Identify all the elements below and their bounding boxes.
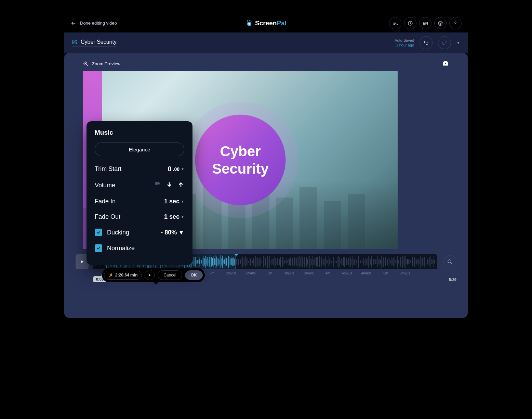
- svg-point-7: [448, 260, 451, 263]
- sub-header: Cyber Security Auto Saved 1 hour ago ▼: [64, 32, 468, 53]
- app-window: Done editing video ScreenPal EN Cyber Se…: [64, 14, 468, 318]
- top-right-controls: EN: [389, 17, 462, 29]
- timeline-end-time: 5:29: [449, 278, 456, 282]
- overlay-line2: Security: [212, 160, 269, 176]
- svg-point-1: [248, 23, 250, 25]
- trim-start-label: Trim Start: [95, 165, 121, 173]
- check-icon: [96, 230, 101, 235]
- arrow-up-icon: [177, 181, 184, 188]
- normalize-checkbox[interactable]: [95, 244, 102, 252]
- trim-start-value[interactable]: 0.00 ▼: [168, 165, 185, 173]
- track-select-button[interactable]: Elegance: [95, 143, 184, 156]
- normalize-label: Normalize: [107, 245, 135, 252]
- ok-button[interactable]: OK: [185, 270, 203, 280]
- title-circle: CyberSecurity: [195, 115, 286, 205]
- refresh-icon: [154, 181, 161, 188]
- volume-up-button[interactable]: [177, 181, 184, 190]
- search-icon: [447, 259, 453, 265]
- tick-label: 3m: [267, 271, 272, 275]
- svg-point-5: [109, 276, 110, 277]
- camera-icon: [442, 60, 449, 67]
- ducking-checkbox[interactable]: [95, 229, 102, 236]
- redo-icon: [441, 40, 448, 46]
- music-duration-text: 2:20.64 min: [115, 273, 137, 278]
- play-icon: [80, 259, 84, 264]
- tick-label: 2m: [210, 271, 214, 275]
- ducking-label: Ducking: [107, 229, 129, 236]
- history-button[interactable]: [404, 17, 416, 29]
- logo-text-b: Pal: [277, 19, 287, 27]
- fade-out-value[interactable]: 1 sec ▼: [164, 213, 184, 220]
- timeline-zoom-button[interactable]: [443, 255, 456, 268]
- preview-play-button[interactable]: [145, 270, 155, 280]
- logo-icon: [245, 19, 253, 27]
- edit-icon: [72, 39, 77, 45]
- overlay-line1: Cyber: [220, 143, 261, 159]
- tick-label: 5m: [383, 271, 388, 275]
- cancel-button[interactable]: Cancel: [158, 270, 182, 280]
- screenshot-button[interactable]: [442, 60, 449, 68]
- clip-toolbar: 2:20.64 min Cancel OK: [102, 268, 205, 282]
- check-icon: [96, 246, 101, 251]
- list-icon: [393, 21, 398, 26]
- redo-button[interactable]: [438, 36, 451, 49]
- tick-label: 5m20s: [400, 271, 410, 275]
- clock-icon: [408, 21, 413, 26]
- project-title[interactable]: Cyber Security: [72, 39, 117, 47]
- project-title-text: Cyber Security: [81, 39, 117, 45]
- ducking-value[interactable]: - 80% ▼: [161, 229, 184, 236]
- back-label: Done editing video: [80, 21, 117, 26]
- tick-label: 4m40s: [361, 271, 372, 275]
- tick-label: 4m20s: [342, 271, 352, 275]
- app-logo: ScreenPal: [245, 19, 287, 27]
- tick-label: 4m: [325, 271, 330, 275]
- question-icon: [453, 21, 458, 26]
- tick-label: 3m20s: [284, 271, 294, 275]
- volume-reset-button[interactable]: [154, 181, 161, 190]
- queue-button[interactable]: [389, 17, 401, 29]
- music-panel: Music Elegance Trim Start 0.00 ▼ Volume …: [87, 121, 192, 265]
- volume-down-button[interactable]: [166, 181, 173, 190]
- preview-toolbar: Zoom Preview: [83, 58, 449, 71]
- tick-label: 2m40s: [245, 271, 256, 275]
- svg-point-4: [445, 63, 447, 64]
- tick-label: 2m20s: [226, 271, 236, 275]
- zoom-label[interactable]: Zoom Preview: [92, 61, 120, 66]
- back-button[interactable]: Done editing video: [70, 20, 117, 26]
- play-icon: [148, 273, 151, 277]
- fade-in-label: Fade In: [95, 198, 116, 205]
- history-dropdown[interactable]: ▼: [456, 41, 460, 45]
- editor-main: Zoom Preview CyberSecurity: [64, 53, 468, 318]
- undo-icon: [423, 40, 429, 46]
- autosave-time: 1 hour ago: [395, 43, 414, 48]
- autosave-status: Auto Saved 1 hour ago: [395, 38, 414, 48]
- fade-in-value[interactable]: 1 sec ▼: [164, 198, 184, 205]
- svg-point-6: [111, 275, 112, 276]
- tick-label: 3m40s: [303, 271, 314, 275]
- logo-text-a: Screen: [255, 19, 277, 27]
- zoom-icon[interactable]: [83, 61, 89, 67]
- undo-button[interactable]: [420, 36, 433, 49]
- arrow-down-icon: [166, 181, 173, 188]
- volume-label: Volume: [95, 182, 115, 189]
- music-note-icon: [108, 273, 113, 278]
- fade-out-label: Fade Out: [95, 213, 120, 220]
- help-button[interactable]: [449, 17, 462, 29]
- music-panel-title: Music: [95, 129, 184, 136]
- layers-icon: [438, 21, 443, 26]
- music-duration-chip[interactable]: 2:20.64 min: [104, 271, 142, 280]
- language-button[interactable]: EN: [419, 17, 431, 29]
- layers-button[interactable]: [434, 17, 447, 29]
- top-bar: Done editing video ScreenPal EN: [64, 14, 468, 32]
- autosave-label: Auto Saved: [395, 38, 414, 43]
- arrow-left-icon: [70, 20, 77, 26]
